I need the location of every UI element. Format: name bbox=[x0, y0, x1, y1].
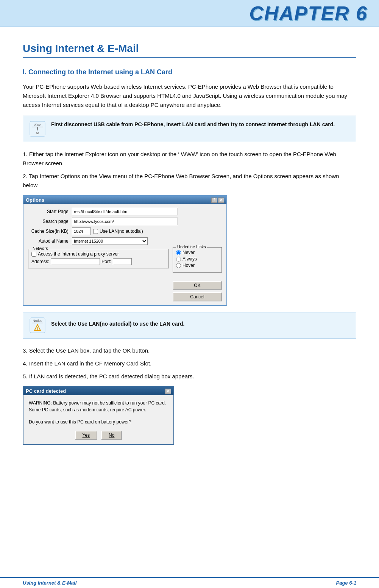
cache-row: Cache Size(in KB): Use LAN(no autodial) bbox=[28, 227, 222, 235]
network-group-label: Network bbox=[31, 246, 49, 251]
never-label: Never bbox=[182, 250, 195, 255]
address-input[interactable] bbox=[51, 258, 100, 265]
address-row: Address: Port: bbox=[31, 258, 165, 265]
use-lan-label: Use LAN(no autodial) bbox=[100, 229, 143, 234]
dialog-title: Options bbox=[26, 197, 44, 203]
proxy-label: Access the Internet using a proxy server bbox=[38, 251, 119, 257]
notice-icon: Notice ! bbox=[29, 317, 46, 334]
step2-text: 2. Tap Internet Options on the View menu… bbox=[23, 172, 356, 190]
always-radio-row: Always bbox=[176, 256, 218, 262]
proxy-checkbox[interactable] bbox=[31, 252, 36, 257]
autodial-label: Autodial Name: bbox=[28, 238, 70, 244]
yes-label: Yes bbox=[83, 433, 90, 438]
step3-text: 3. Select the Use LAN box, and tap the O… bbox=[23, 346, 356, 355]
pc-dialog-btn-row: Yes No bbox=[29, 431, 168, 440]
dialog-body: Start Page: Search page: Cache Size(in K… bbox=[23, 204, 226, 305]
main-content: Using Internet & E-Mail I. Connecting to… bbox=[0, 27, 379, 473]
dialog-help-btn[interactable]: ? bbox=[211, 198, 217, 203]
network-section: Network Access the Internet using a prox… bbox=[28, 247, 169, 301]
hover-radio-row: Hover bbox=[176, 263, 218, 268]
dialog-titlebar: Options ? ✕ bbox=[23, 196, 226, 204]
pc-dialog-body: WARNING: Battery power may not be suffic… bbox=[23, 395, 173, 444]
pc-dialog-question: Do you want to use this PC card on batte… bbox=[29, 419, 168, 425]
pc-dialog-close-btn[interactable]: ✕ bbox=[165, 389, 171, 394]
note-box: Note i First disconnect USB cable from P… bbox=[23, 116, 356, 142]
note-icon: Note i bbox=[29, 121, 46, 137]
cache-input[interactable] bbox=[72, 227, 91, 235]
dialog-action-buttons: OK Cancel bbox=[173, 281, 222, 301]
autodial-select[interactable]: Internet 115200 bbox=[72, 237, 148, 245]
underline-links-group: Underline Links Never Always Hover bbox=[173, 247, 222, 273]
note-text: First disconnect USB cable from PC-EPhon… bbox=[51, 121, 335, 129]
search-page-input[interactable] bbox=[72, 218, 178, 225]
main-section-title: Using Internet & E-Mail bbox=[23, 42, 356, 58]
step1-text: 1. Either tap the Internet Explorer icon… bbox=[23, 150, 356, 168]
footer-right: Page 6-1 bbox=[336, 580, 356, 586]
autodial-row: Autodial Name: Internet 115200 bbox=[28, 237, 222, 245]
use-lan-checkbox[interactable] bbox=[93, 229, 98, 234]
underline-links-label: Underline Links bbox=[176, 245, 207, 249]
cancel-button[interactable]: Cancel bbox=[173, 292, 222, 301]
cache-label: Cache Size(in KB): bbox=[28, 229, 70, 234]
notice-text: Select the Use LAN(no autodial) to use t… bbox=[51, 317, 184, 328]
address-label: Address: bbox=[31, 259, 49, 264]
never-radio[interactable] bbox=[176, 250, 181, 255]
bottom-section: Network Access the Internet using a prox… bbox=[28, 247, 222, 301]
search-page-row: Search page: bbox=[28, 218, 222, 225]
step4-text: 4. Insert the LAN card in the CF Memory … bbox=[23, 359, 356, 368]
svg-text:i: i bbox=[36, 124, 38, 132]
no-button[interactable]: No bbox=[101, 431, 122, 440]
svg-text:!: ! bbox=[37, 326, 38, 331]
network-group: Network Access the Internet using a prox… bbox=[28, 249, 169, 268]
hover-label: Hover bbox=[182, 263, 195, 268]
start-page-input[interactable] bbox=[72, 208, 178, 215]
chapter-title: CHAPTER 6 bbox=[249, 2, 368, 25]
footer-left: Using Internet & E-Mail bbox=[23, 580, 76, 586]
port-label: Port: bbox=[101, 259, 111, 264]
hover-radio[interactable] bbox=[176, 263, 181, 268]
proxy-row: Access the Internet using a proxy server bbox=[31, 251, 165, 257]
subsection-title: I. Connecting to the Internet using a LA… bbox=[23, 68, 356, 76]
intro-paragraph: Your PC-EPhone supports Web-based wirele… bbox=[23, 82, 356, 110]
right-section: Underline Links Never Always Hover bbox=[173, 247, 222, 301]
dialog-titlebar-buttons: ? ✕ bbox=[211, 198, 224, 203]
dialog-close-btn[interactable]: ✕ bbox=[218, 198, 224, 203]
start-page-row: Start Page: bbox=[28, 208, 222, 215]
step5-text: 5. If LAN card is detected, the PC card … bbox=[23, 372, 356, 381]
always-radio[interactable] bbox=[176, 257, 181, 262]
start-page-label: Start Page: bbox=[28, 209, 70, 214]
no-label: No bbox=[109, 433, 114, 438]
search-page-label: Search page: bbox=[28, 219, 70, 224]
options-dialog: Options ? ✕ Start Page: Search page: Cac… bbox=[23, 195, 227, 306]
svg-text:Notice: Notice bbox=[33, 319, 42, 323]
notice-box: Notice ! Select the Use LAN(no autodial)… bbox=[23, 312, 356, 339]
page-footer: Using Internet & E-Mail Page 6-1 bbox=[0, 577, 379, 588]
port-input[interactable] bbox=[113, 258, 132, 265]
pc-dialog-titlebar: PC card detected ✕ bbox=[23, 387, 173, 395]
always-label: Always bbox=[182, 256, 197, 262]
pc-card-dialog: PC card detected ✕ WARNING: Battery powe… bbox=[23, 386, 174, 445]
yes-button[interactable]: Yes bbox=[75, 431, 98, 440]
pc-dialog-warning: WARNING: Battery power may not be suffic… bbox=[29, 400, 168, 413]
pc-dialog-title: PC card detected bbox=[26, 388, 66, 394]
chapter-header: CHAPTER 6 bbox=[0, 0, 379, 27]
ok-button[interactable]: OK bbox=[173, 281, 222, 290]
never-radio-row: Never bbox=[176, 250, 218, 255]
use-lan-checkbox-row: Use LAN(no autodial) bbox=[93, 229, 143, 234]
